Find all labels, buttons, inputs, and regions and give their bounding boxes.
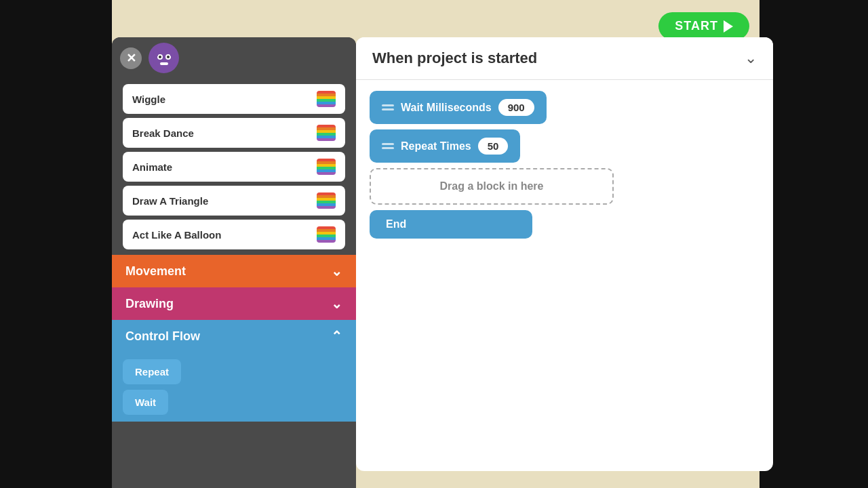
rainbow-icon (317, 226, 336, 243)
list-item[interactable]: Break Dance (123, 118, 345, 148)
list-item[interactable]: Wiggle (123, 84, 345, 114)
block-label: Repeat Times (401, 140, 471, 152)
blocks-area: Wait Milliseconds 900 Repeat Times 50 Dr… (356, 80, 773, 249)
start-label: START (675, 19, 718, 33)
block-label: Draw A Triangle (132, 195, 208, 207)
block-handle (382, 104, 394, 110)
block-label: Wait (135, 396, 156, 408)
block-handle (382, 143, 394, 149)
right-panel (760, 0, 868, 488)
drag-drop-zone[interactable]: Drag a block in here (370, 168, 614, 205)
list-item[interactable]: Animate (123, 152, 345, 182)
drag-placeholder-text: Drag a block in here (440, 180, 544, 192)
svg-rect-5 (160, 62, 168, 65)
rainbow-icon (317, 192, 336, 209)
list-item[interactable]: Draw A Triangle (123, 186, 345, 216)
left-panel (0, 0, 112, 488)
category-label: Drawing (125, 297, 174, 311)
block-label: Wiggle (132, 94, 165, 105)
block-label: Break Dance (132, 127, 194, 139)
wait-milliseconds-block[interactable]: Wait Milliseconds 900 (370, 91, 547, 124)
close-button[interactable]: ✕ (120, 47, 142, 69)
svg-point-4 (167, 56, 170, 58)
start-button[interactable]: START (658, 12, 749, 40)
block-label: Repeat (135, 366, 169, 378)
workspace: When project is started ⌄ Wait Milliseco… (356, 37, 773, 471)
list-item[interactable]: Wait (123, 390, 168, 415)
rainbow-icon (317, 91, 336, 107)
avatar (149, 43, 179, 73)
category-drawing[interactable]: Drawing ⌄ (112, 287, 356, 320)
rainbow-icon (317, 159, 336, 175)
block-value[interactable]: 50 (478, 138, 509, 155)
event-title: When project is started (372, 49, 537, 67)
block-label: Wait Milliseconds (401, 102, 492, 114)
chevron-up-icon: ⌃ (331, 328, 342, 344)
event-header: When project is started ⌄ (356, 37, 773, 80)
svg-point-3 (159, 56, 161, 58)
block-value[interactable]: 900 (498, 99, 534, 116)
repeat-times-block[interactable]: Repeat Times 50 (370, 129, 520, 163)
end-label: End (386, 218, 406, 230)
svg-point-7 (170, 49, 175, 57)
block-list: Wiggle Break Dance Animate (112, 79, 356, 255)
rainbow-icon (317, 125, 336, 141)
play-icon (724, 20, 733, 33)
controlflow-blocks: Repeat Wait (112, 352, 356, 422)
block-label: Act Like A Balloon (132, 229, 221, 241)
category-label: Movement (125, 264, 186, 279)
chevron-down-icon: ⌄ (331, 263, 342, 279)
svg-point-6 (153, 49, 159, 57)
sidebar-topbar: ✕ (112, 37, 356, 79)
category-controlflow[interactable]: Control Flow ⌃ (112, 320, 356, 352)
end-block[interactable]: End (370, 210, 532, 239)
chevron-down-icon[interactable]: ⌄ (745, 49, 757, 67)
list-item[interactable]: Act Like A Balloon (123, 220, 345, 249)
chevron-down-icon: ⌄ (331, 296, 342, 312)
block-label: Animate (132, 161, 172, 173)
category-label: Control Flow (125, 329, 200, 344)
sidebar-panel: ✕ Wiggle (112, 37, 356, 488)
list-item[interactable]: Repeat (123, 359, 181, 384)
category-movement[interactable]: Movement ⌄ (112, 255, 356, 287)
